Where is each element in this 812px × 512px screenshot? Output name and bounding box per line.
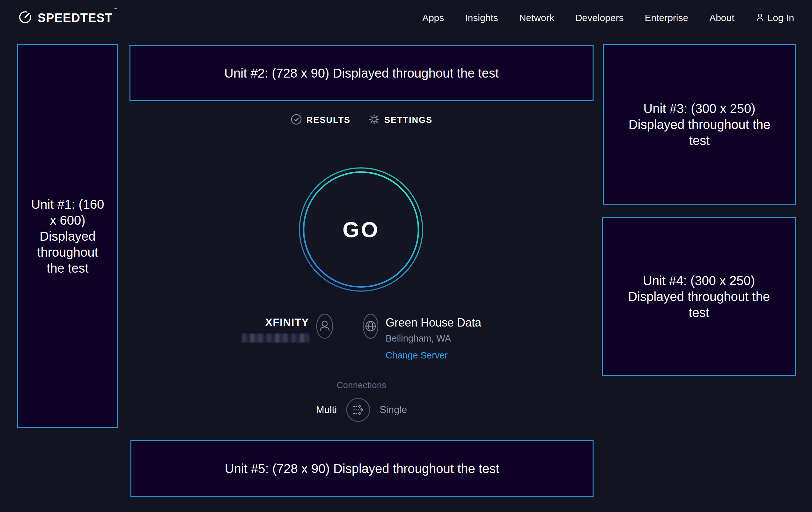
nav-item-enterprise[interactable]: Enterprise — [644, 12, 688, 23]
isp-block: XFINITY — [242, 314, 309, 344]
nav-menu: Apps Insights Network Developers Enterpr… — [422, 12, 794, 23]
change-server-link[interactable]: Change Server — [385, 350, 481, 361]
server-name: Green House Data — [385, 316, 481, 329]
go-button-label: GO — [299, 167, 423, 292]
ad-unit-5-label: Unit #5: (728 x 90) Displayed throughout… — [225, 461, 499, 477]
nav-item-network[interactable]: Network — [519, 12, 554, 23]
connections-section: Connections Multi Single — [129, 380, 593, 422]
tab-settings[interactable]: SETTINGS — [368, 114, 433, 127]
connection-mode-multi[interactable]: Multi — [316, 404, 337, 415]
connection-info-row: XFINITY Green House Data Bellingham, WA … — [129, 314, 593, 361]
go-button[interactable]: GO — [299, 167, 423, 292]
ad-unit-4-rectangle: Unit #4: (300 x 250) Displayed throughou… — [602, 217, 796, 376]
nav-item-developers[interactable]: Developers — [575, 12, 624, 23]
connection-mode-toggle[interactable] — [346, 397, 371, 422]
top-navbar: SPEEDTEST™ Apps Insights Network Develop… — [0, 0, 812, 36]
nav-item-insights[interactable]: Insights — [465, 12, 498, 23]
ad-unit-5-leaderboard: Unit #5: (728 x 90) Displayed throughout… — [130, 440, 593, 497]
nav-item-about[interactable]: About — [709, 12, 734, 23]
ad-unit-2-leaderboard: Unit #2: (728 x 90) Displayed throughout… — [129, 45, 593, 101]
tab-results[interactable]: RESULTS — [291, 114, 350, 127]
user-icon — [756, 13, 764, 23]
tab-settings-label: SETTINGS — [384, 115, 433, 125]
tab-results-label: RESULTS — [307, 115, 350, 125]
server-location: Bellingham, WA — [385, 333, 481, 344]
ad-unit-3-label: Unit #3: (300 x 250) Displayed throughou… — [628, 101, 771, 149]
tab-bar: RESULTS SETTINGS — [129, 114, 593, 127]
server-globe-badge-icon[interactable] — [362, 314, 379, 340]
server-block: Green House Data Bellingham, WA Change S… — [385, 314, 481, 361]
nav-item-apps[interactable]: Apps — [422, 12, 444, 23]
login-button[interactable]: Log In — [756, 12, 794, 23]
isp-user-badge-icon[interactable] — [316, 314, 333, 340]
brand-name: SPEEDTEST™ — [38, 11, 117, 25]
connections-label: Connections — [337, 380, 386, 390]
redacted-ip-blur — [242, 333, 309, 343]
ad-unit-2-label: Unit #2: (728 x 90) Displayed throughout… — [224, 65, 499, 81]
check-circle-icon — [291, 114, 302, 127]
speedtest-logo[interactable]: SPEEDTEST™ — [18, 10, 117, 26]
connection-mode-single[interactable]: Single — [379, 404, 407, 415]
login-label: Log In — [768, 12, 794, 23]
connection-mode-row: Multi Single — [316, 397, 407, 422]
isp-name: XFINITY — [242, 316, 309, 328]
speedometer-icon — [18, 10, 32, 26]
ad-unit-1-skyscraper: Unit #1: (160 x 600) Displayed throughou… — [17, 44, 118, 428]
gear-icon — [368, 114, 380, 127]
ad-unit-4-label: Unit #4: (300 x 250) Displayed throughou… — [627, 273, 771, 321]
ad-unit-3-rectangle: Unit #3: (300 x 250) Displayed throughou… — [603, 44, 796, 205]
trademark-mark: ™ — [113, 7, 118, 12]
ad-unit-1-label: Unit #1: (160 x 600) Displayed throughou… — [28, 196, 108, 276]
